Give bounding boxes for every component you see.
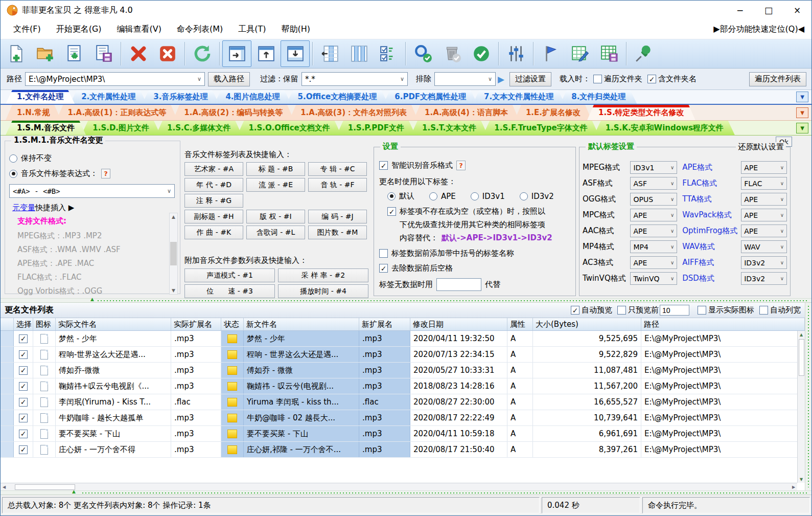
row-checkbox[interactable] xyxy=(19,430,28,438)
tab-level1-6[interactable]: 7.文本文件属性处理 xyxy=(473,90,565,104)
flag-button[interactable] xyxy=(536,40,565,67)
bracket-checkbox[interactable] xyxy=(379,249,388,258)
tag-source-option-3[interactable]: ID3v2 xyxy=(520,192,554,201)
menu-item-4[interactable]: 工具(T) xyxy=(230,24,273,35)
panel-right-button[interactable] xyxy=(222,40,251,67)
show-icons-checkbox[interactable] xyxy=(698,306,706,315)
tag-button-3-0[interactable]: 副标题 - #H xyxy=(184,210,243,223)
radio-icon[interactable] xyxy=(387,192,396,200)
tag-source-option-2[interactable]: ID3v1 xyxy=(471,192,505,201)
tab-overflow-level2[interactable]: ▼ xyxy=(796,107,808,118)
tag-button-4-0[interactable]: 作 曲 - #K xyxy=(184,226,243,239)
format-select-1-right[interactable]: FLAC∨ xyxy=(741,177,787,190)
traverse-list-button[interactable]: 遍历文件列表 xyxy=(749,72,806,86)
path-combo[interactable]: E:\@MyProject\MP3\∨ xyxy=(25,72,205,86)
tab-level2-1[interactable]: 1.A.高级(1)：正则表达式等 xyxy=(56,105,177,120)
insert-column-button[interactable] xyxy=(315,40,344,67)
format-select-2-right[interactable]: APE∨ xyxy=(741,193,787,206)
tab-level1-0[interactable]: 1.文件名处理 xyxy=(6,90,75,104)
menu-item-5[interactable]: 帮助(H) xyxy=(274,24,318,35)
row-checkbox[interactable] xyxy=(19,350,28,359)
format-select-1-left[interactable]: ASF∨ xyxy=(630,177,677,190)
column-header-2[interactable]: 实际文件名 xyxy=(56,318,171,330)
apply-check-button[interactable] xyxy=(467,40,496,67)
smart-detect-checkbox[interactable] xyxy=(379,161,388,170)
tab-level1-1[interactable]: 2.文件属性处理 xyxy=(70,90,147,104)
tag-button-4-2[interactable]: 图片数 - #M xyxy=(308,226,367,239)
tab-level1-2[interactable]: 3.音乐标签处理 xyxy=(142,90,219,104)
format-select-7-right[interactable]: ID3v2∨ xyxy=(741,272,787,285)
table-row-2[interactable]: 傅如乔-微微.mp3傅如乔 - 微微.mp32020/05/27 10:33:3… xyxy=(1,363,805,378)
format-select-6-left[interactable]: APE∨ xyxy=(630,256,677,269)
load-list-button[interactable] xyxy=(60,40,89,67)
tag-button-3-2[interactable]: 编 码 - #J xyxy=(308,210,367,223)
auto-width-checkbox[interactable] xyxy=(759,306,768,315)
tag-button-1-1[interactable]: 流 派 - #E xyxy=(246,178,305,192)
preview-first-checkbox[interactable] xyxy=(617,306,626,315)
format-select-5-left[interactable]: MP4∨ xyxy=(630,240,677,253)
tab-level1-5[interactable]: 6.PDF文档属性处理 xyxy=(383,90,477,104)
horizontal-splitter-top[interactable]: ▲ xyxy=(1,298,811,303)
tab-overflow-level3[interactable]: ▼ xyxy=(796,123,808,133)
quick-locate-label[interactable]: ▶部分功能快速定位(Q)◀ xyxy=(713,24,804,35)
format-select-4-left[interactable]: APE∨ xyxy=(630,225,677,237)
tab-level2-2[interactable]: 1.A.高级(2)：编码与转换等 xyxy=(173,105,294,120)
tab-level3-2[interactable]: 1.S.C.多媒体文件 xyxy=(156,121,242,135)
column-header-3[interactable]: 实际扩展名 xyxy=(171,318,221,330)
edit-table-button[interactable] xyxy=(565,40,594,67)
keep-unchanged-option[interactable]: 保持不变 xyxy=(9,153,52,163)
tab-level3-4[interactable]: 1.S.P.PDF文件 xyxy=(337,121,415,135)
filter-combo[interactable]: *.*∨ xyxy=(301,72,408,86)
row-checkbox[interactable] xyxy=(19,334,28,343)
panel-down-button[interactable] xyxy=(281,40,310,67)
format-select-5-right[interactable]: WAV∨ xyxy=(741,240,787,253)
menu-item-2[interactable]: 编辑查看(V) xyxy=(109,24,169,35)
table-vertical-scrollbar[interactable]: ▲▼ xyxy=(797,331,805,483)
radio-icon[interactable] xyxy=(9,154,17,163)
include-folder-checkbox[interactable] xyxy=(647,75,656,83)
check-list-button[interactable] xyxy=(374,40,403,67)
tag-expression-option[interactable]: 音乐文件标签表达式： ? xyxy=(9,169,110,178)
save-table-button[interactable] xyxy=(594,40,623,67)
tab-level3-7[interactable]: 1.S.K.安卓和Windows程序文件 xyxy=(594,121,735,135)
formats-scrollbar[interactable]: ▲▼ xyxy=(169,213,178,295)
panel-up-button[interactable] xyxy=(251,40,281,67)
trim-checkbox[interactable] xyxy=(379,264,388,273)
radio-icon[interactable] xyxy=(9,170,17,178)
format-select-6-right[interactable]: ID3v2∨ xyxy=(741,256,787,269)
tag-button-1-0[interactable]: 年 代 - #D xyxy=(184,178,243,192)
param-button-0-0[interactable]: 声道模式 - #1 xyxy=(184,268,275,282)
vertical-splitter-right[interactable] xyxy=(805,303,811,490)
auto-preview-checkbox[interactable] xyxy=(571,306,579,315)
restore-defaults-link[interactable]: 还原默认设置 xyxy=(736,142,786,152)
param-button-0-1[interactable]: 采 样 率 - #2 xyxy=(278,268,368,282)
radio-icon[interactable] xyxy=(471,192,479,200)
column-header-7[interactable]: 修改日期 xyxy=(410,318,507,330)
menu-item-3[interactable]: 命令列表(M) xyxy=(169,24,230,35)
traverse-folders-checkbox[interactable] xyxy=(593,75,602,83)
maximize-button[interactable]: □ xyxy=(754,2,783,19)
tag-source-option-0[interactable]: 默认 xyxy=(387,191,414,201)
adjust-sliders-button[interactable] xyxy=(501,40,530,67)
row-checkbox[interactable] xyxy=(19,382,28,391)
delete-checked-button[interactable] xyxy=(437,40,467,67)
tab-level1-4[interactable]: 5.Office文档摘要处理 xyxy=(287,90,388,104)
save-list-button[interactable] xyxy=(89,40,118,67)
delete-button[interactable] xyxy=(124,40,153,67)
scroll-down-icon[interactable]: ▼ xyxy=(172,288,175,293)
column-header-6[interactable]: 新扩展名 xyxy=(359,318,410,330)
column-header-4[interactable]: 状态 xyxy=(221,318,244,330)
help-icon[interactable]: ? xyxy=(101,169,110,178)
param-button-1-0[interactable]: 位 速 - #3 xyxy=(184,284,275,298)
tab-level2-4[interactable]: 1.A.高级(4)：语言脚本 xyxy=(413,105,519,120)
table-row-3[interactable]: 鞠婧祎+叹云兮电视剧《....mp3鞠婧祎 - 叹云兮(电视剧....mp320… xyxy=(1,378,805,394)
refresh-button[interactable] xyxy=(188,40,217,67)
tab-level1-7[interactable]: 8.文件归类处理 xyxy=(560,90,637,104)
tab-level3-0[interactable]: 1.S.M.音乐文件 xyxy=(6,121,86,135)
fallback-checkbox[interactable] xyxy=(387,207,396,216)
scroll-thumb[interactable] xyxy=(799,339,804,376)
column-header-10[interactable]: 路径 xyxy=(641,318,805,330)
pin-button[interactable] xyxy=(629,40,658,67)
search-check-button[interactable] xyxy=(408,40,437,67)
menu-item-1[interactable]: 开始更名(G) xyxy=(49,24,109,35)
